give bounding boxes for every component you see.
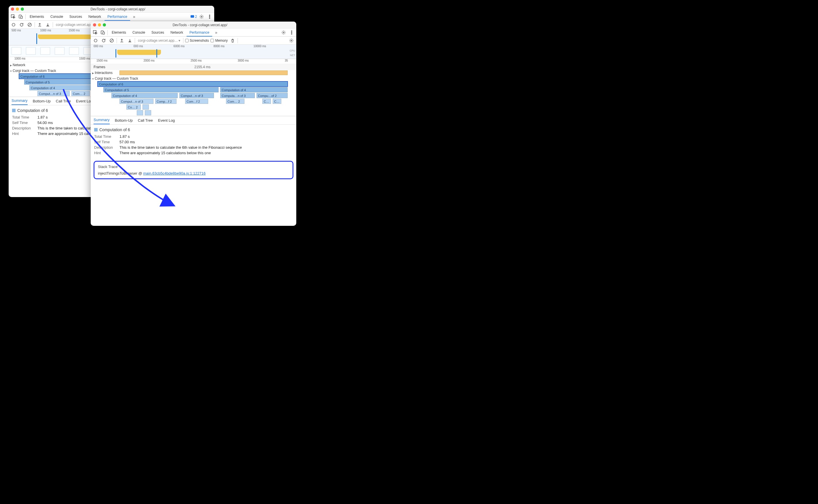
console-messages-badge[interactable]: 2 xyxy=(190,15,197,19)
interactions-track[interactable]: Interactions xyxy=(91,70,296,76)
reload-icon[interactable] xyxy=(18,22,25,28)
close-icon[interactable] xyxy=(93,23,96,26)
record-icon[interactable] xyxy=(92,37,99,44)
frames-track[interactable]: Frames 2155.4 ms xyxy=(91,64,296,70)
tab-bottomup[interactable]: Bottom-Up xyxy=(115,118,133,124)
flame-bar[interactable]: Computa…n of 3 xyxy=(220,93,255,98)
flame-bar[interactable]: Com… 2 xyxy=(226,99,245,104)
tab-eventlog[interactable]: Event Log xyxy=(158,118,175,124)
maximize-icon[interactable] xyxy=(103,23,106,26)
tab-console[interactable]: Console xyxy=(47,13,66,21)
inspect-icon[interactable] xyxy=(92,29,99,36)
svg-point-18 xyxy=(94,39,97,42)
flame-bar[interactable]: Computation of 4 xyxy=(220,87,288,92)
frame-thumb[interactable] xyxy=(26,47,36,55)
tab-sources[interactable]: Sources xyxy=(66,13,85,21)
titlebar[interactable]: DevTools - corgi-collage.vercel.app/ xyxy=(9,6,214,13)
flame-bar[interactable]: Comput…n of 3 xyxy=(119,99,153,104)
flame-bar[interactable]: C… xyxy=(273,99,281,104)
reload-icon[interactable] xyxy=(100,37,107,44)
flame-bar[interactable]: Co… 2 xyxy=(126,104,141,110)
range-handle-left[interactable] xyxy=(115,49,116,58)
clear-icon[interactable] xyxy=(26,22,33,28)
close-icon[interactable] xyxy=(11,7,14,11)
flame-bar[interactable] xyxy=(137,110,143,115)
settings-icon[interactable] xyxy=(198,14,205,20)
svg-point-5 xyxy=(209,15,210,16)
settings-icon[interactable] xyxy=(280,29,287,36)
tab-network[interactable]: Network xyxy=(167,28,186,37)
frame-thumb[interactable] xyxy=(69,47,79,55)
more-icon[interactable] xyxy=(206,14,213,20)
clear-icon[interactable] xyxy=(108,37,115,44)
more-tabs-icon[interactable] xyxy=(131,14,138,20)
flame-bar[interactable]: Comput…n of 3 xyxy=(179,93,214,98)
tab-bottomup[interactable]: Bottom-Up xyxy=(33,99,51,105)
more-tabs-icon[interactable] xyxy=(213,29,220,36)
frame-thumb[interactable] xyxy=(12,47,21,55)
record-icon[interactable] xyxy=(10,22,17,28)
cpu-label: CPU xyxy=(290,49,295,52)
upload-icon[interactable] xyxy=(37,22,43,28)
gc-icon[interactable] xyxy=(230,37,236,44)
tab-summary[interactable]: Summary xyxy=(12,98,28,105)
flame-bar[interactable] xyxy=(142,104,149,110)
svg-point-4 xyxy=(201,16,202,17)
minimize-icon[interactable] xyxy=(98,23,101,26)
flame-bar[interactable]: Computation of 6 xyxy=(98,81,288,87)
svg-point-20 xyxy=(291,40,292,41)
frame-thumb[interactable] xyxy=(40,47,50,55)
tab-network[interactable]: Network xyxy=(85,13,104,21)
panel-settings-icon[interactable] xyxy=(288,37,295,44)
maximize-icon[interactable] xyxy=(21,7,24,11)
tab-eventlog[interactable]: Event Log xyxy=(76,99,93,105)
stack-trace-link[interactable]: main.63cb5c4bde8be90a.js:1:122716 xyxy=(143,171,206,175)
tab-sources[interactable]: Sources xyxy=(148,28,167,37)
flame-bar[interactable]: Computation of 5 xyxy=(103,87,219,92)
range-handle-right[interactable] xyxy=(156,49,157,58)
flame-bar[interactable]: Com… 2 xyxy=(71,91,90,96)
svg-point-8 xyxy=(12,23,15,26)
tab-performance[interactable]: Performance xyxy=(186,28,212,37)
device-icon[interactable] xyxy=(17,14,24,20)
more-icon[interactable] xyxy=(288,29,295,36)
tab-console[interactable]: Console xyxy=(129,28,148,37)
frame-thumb[interactable] xyxy=(55,47,64,55)
tab-elements[interactable]: Elements xyxy=(109,28,129,37)
flame-bar[interactable]: Comput…n of 3 xyxy=(37,91,70,96)
titlebar[interactable]: DevTools - corgi-collage.vercel.app/ xyxy=(91,22,296,28)
inspect-icon[interactable] xyxy=(10,14,17,20)
flame-bar[interactable] xyxy=(145,110,151,115)
device-icon[interactable] xyxy=(99,29,106,36)
flame-bar[interactable]: Comp…f 2 xyxy=(155,99,176,104)
tab-calltree[interactable]: Call Tree xyxy=(138,118,153,124)
flame-bar[interactable]: Computation of 4 xyxy=(29,85,93,90)
flame-bar[interactable]: Compu…of 2 xyxy=(257,93,288,98)
upload-icon[interactable] xyxy=(119,37,125,44)
tab-calltree[interactable]: Call Tree xyxy=(56,99,71,105)
custom-track[interactable]: Corgi track — Custom Track xyxy=(91,76,296,81)
tab-elements[interactable]: Elements xyxy=(27,13,47,21)
net-label: NET xyxy=(290,54,295,57)
interaction-bar[interactable] xyxy=(119,70,288,75)
screenshots-checkbox[interactable]: Screenshots xyxy=(185,39,209,43)
recording-dropdown[interactable]: corgi-collage.vercel.app…▾ xyxy=(137,39,181,43)
window-title: DevTools - corgi-collage.vercel.app/ xyxy=(106,23,294,27)
svg-point-16 xyxy=(291,32,292,33)
tab-performance[interactable]: Performance xyxy=(104,13,130,21)
svg-point-6 xyxy=(209,16,210,17)
flame-bar[interactable]: C… xyxy=(262,99,271,104)
memory-checkbox[interactable]: Memory xyxy=(211,39,228,43)
flame-chart[interactable]: Computation of 6 Computation of 5 Comput… xyxy=(91,81,296,116)
minimize-icon[interactable] xyxy=(16,7,19,11)
flame-bar[interactable]: Computation of 4 xyxy=(111,93,178,98)
download-icon[interactable] xyxy=(127,37,133,44)
traffic-lights xyxy=(11,7,24,11)
timeline-overview[interactable]: 000 ms 000 ms 6000 ms 8000 ms 10000 ms C… xyxy=(91,45,296,59)
flame-bar[interactable]: Com…f 2 xyxy=(185,99,208,104)
svg-rect-3 xyxy=(190,15,194,18)
range-handle-left[interactable] xyxy=(36,33,37,44)
download-icon[interactable] xyxy=(45,22,51,28)
svg-point-15 xyxy=(291,30,292,31)
tab-summary[interactable]: Summary xyxy=(93,118,110,124)
